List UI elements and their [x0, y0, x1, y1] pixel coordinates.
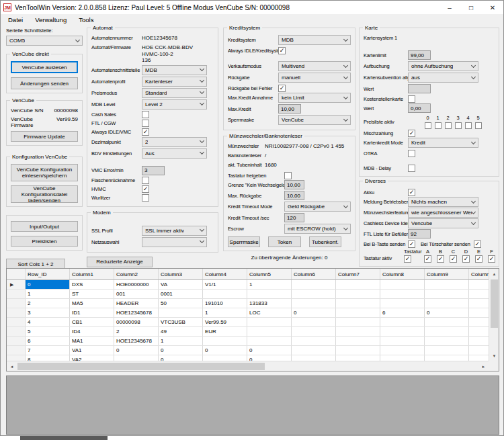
akku-checkbox[interactable] [408, 189, 415, 196]
firmware-update-button[interactable]: Firmware Update [11, 131, 78, 142]
preisliste-aktiv-1-checkbox[interactable] [435, 122, 442, 129]
dezimalpunkt-combo[interactable]: 2 [142, 137, 207, 147]
grid-cell[interactable]: 1 [247, 280, 292, 289]
meldung-betriebsbereit-combo[interactable]: Nichts machen [408, 197, 478, 207]
max-ruckgabe-input[interactable]: 10,00 [284, 191, 304, 200]
grid-cell[interactable]: 0 [203, 346, 247, 355]
grid-cell[interactable]: V1/1 [203, 280, 247, 289]
tastatur-aktiv-f-checkbox[interactable] [488, 255, 495, 263]
serial-port-combo[interactable]: COM5 [6, 36, 83, 46]
preisliste-aktiv-0-checkbox[interactable] [425, 122, 431, 129]
grid-cell[interactable]: 0001 [159, 290, 203, 298]
grid-row-header[interactable] [7, 337, 26, 345]
preisliste-aktiv-3-checkbox[interactable] [455, 122, 462, 129]
grid-cell[interactable] [203, 290, 247, 298]
scroll-up-icon[interactable]: ▲ [489, 269, 499, 279]
grid-cell[interactable] [292, 318, 336, 326]
preismodus-combo[interactable]: Standard [142, 88, 207, 98]
sperrmaske-combo[interactable]: VenCube [278, 115, 351, 125]
grid-cell[interactable] [380, 280, 425, 289]
grid-cell[interactable]: 0 [114, 346, 159, 355]
grid-cell[interactable]: ID1 [70, 308, 114, 317]
grid-cell[interactable] [380, 327, 425, 336]
grid-cell[interactable]: HOE12345678 [114, 337, 159, 345]
grid-cell[interactable]: MA5 [70, 299, 114, 308]
ftl-cgw-checkbox[interactable] [142, 120, 149, 127]
grid-cell[interactable]: 0 [159, 346, 203, 355]
bdv-einstellungen-combo[interactable]: Aus [142, 148, 207, 159]
cashless-device-ident-combo[interactable]: Vencube [408, 218, 478, 228]
hvmc-checkbox[interactable] [142, 185, 149, 193]
token-button[interactable]: Token [268, 236, 300, 247]
grid-cell[interactable] [380, 346, 425, 355]
grid-cell[interactable] [380, 318, 425, 326]
grid-column-header-column5[interactable]: Column5 [247, 269, 292, 279]
preisliste-aktiv-4-checkbox[interactable] [465, 122, 472, 129]
grid-cell[interactable] [336, 318, 380, 326]
grid-row-header[interactable] [7, 318, 26, 326]
grid-cell[interactable]: 7 [26, 346, 70, 355]
grid-cell[interactable] [380, 337, 425, 345]
scroll-right-icon[interactable]: ► [478, 361, 489, 371]
maximize-button[interactable]: □ [460, 1, 482, 14]
scroll-down-icon[interactable]: ▼ [489, 351, 499, 361]
grid-cell[interactable]: LOC [247, 308, 292, 317]
kartensubvention-allg-combo[interactable]: aus [408, 73, 478, 83]
grid-column-header-column8[interactable]: Column8 [380, 269, 425, 279]
grid-cell[interactable] [380, 299, 425, 308]
grid-cell[interactable]: 1 [203, 308, 247, 317]
grid-cell[interactable] [336, 327, 380, 336]
kredit-timeout-sec-input[interactable]: 120 [284, 213, 304, 222]
grid-cell[interactable] [425, 327, 469, 336]
scroll-left-icon[interactable]: ◄ [7, 361, 17, 371]
grid-row-header[interactable] [7, 299, 26, 308]
grid-cell[interactable]: 2 [26, 299, 70, 308]
flaschenrucknahme-checkbox[interactable] [142, 177, 149, 184]
grid-cell[interactable]: 0 [26, 280, 70, 289]
reduzierte-anzeige-button[interactable]: Reduzierte Anzeige [87, 257, 153, 267]
grid-cell[interactable]: 1 [159, 337, 203, 345]
kartenkredit-mode-combo[interactable]: Kredit [408, 138, 478, 148]
menu-item-datei[interactable]: Datei [2, 15, 29, 24]
cash-sales-checkbox[interactable] [142, 111, 149, 118]
grid-cell[interactable]: HEADER [114, 299, 159, 308]
grid-cell[interactable] [292, 299, 336, 308]
preisliste-aktiv-5-checkbox[interactable] [475, 122, 482, 129]
tastatur-aktiv-c-checkbox[interactable] [450, 255, 457, 263]
grid-row-header[interactable] [7, 327, 26, 336]
grid-cell[interactable] [336, 346, 380, 355]
grid-cell[interactable]: 00000098 [114, 318, 159, 326]
tastatur-aktiv-tastatur-checkbox[interactable] [404, 255, 411, 263]
tastatur-freigeben-checkbox[interactable] [284, 172, 292, 179]
input-output-button[interactable]: Input/Output [11, 221, 78, 232]
grid-cell[interactable]: 0 [425, 308, 469, 317]
grid-cell[interactable]: 191010 [203, 299, 247, 308]
kostenstellenkarte-checkbox[interactable] [408, 95, 415, 103]
bei-turschalter-senden-checkbox[interactable] [474, 240, 481, 248]
grid-cell[interactable] [159, 308, 203, 317]
aufbuchung-combo[interactable]: ohne Aufbuchung [408, 61, 478, 71]
kartenlimit-input[interactable]: 99,00 [408, 50, 431, 60]
grid-cell[interactable] [336, 290, 380, 298]
netzauswahl-combo[interactable] [142, 237, 207, 247]
grid-cell[interactable]: 4 [26, 318, 70, 326]
grid-cell[interactable]: 5 [26, 327, 70, 336]
grid-cell[interactable]: 3 [26, 308, 70, 317]
wert-input[interactable]: 0,00 [408, 103, 431, 113]
grid-cell[interactable]: MA1 [70, 337, 114, 345]
grid-column-header-column7[interactable]: Column7 [336, 269, 380, 279]
grid-cell[interactable]: 0 [247, 346, 292, 355]
grid-cell[interactable]: 1 [26, 290, 70, 298]
menu-item-tools[interactable]: Tools [73, 15, 99, 24]
wurlitzer-checkbox[interactable] [142, 194, 149, 202]
max-kredit-input[interactable]: 10,00 [278, 104, 301, 114]
preisliste-aktiv-2-checkbox[interactable] [445, 122, 452, 129]
grid-cell[interactable] [425, 318, 469, 326]
grid-cell[interactable]: 2 [114, 327, 159, 336]
grid-row-header[interactable] [7, 290, 26, 298]
grid-cell[interactable] [247, 337, 292, 345]
grid-row-header[interactable]: ▶ [7, 280, 26, 289]
verkaufsmodus-combo[interactable]: Multivend [278, 61, 351, 71]
grid-cell[interactable] [292, 346, 336, 355]
mdb-level-combo[interactable]: Level 2 [142, 99, 207, 109]
